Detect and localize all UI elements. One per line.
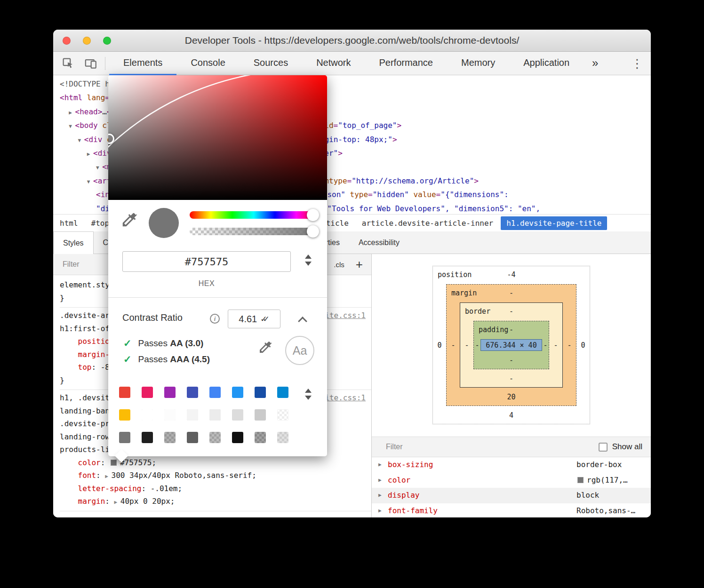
palette-swatch[interactable] xyxy=(277,432,288,443)
computed-filter-input[interactable]: Filter xyxy=(386,443,403,451)
palette-swatch[interactable] xyxy=(119,387,130,398)
tab-styles[interactable]: Styles xyxy=(53,231,94,254)
palette-swatch[interactable] xyxy=(255,387,266,398)
palette-swatch[interactable] xyxy=(209,409,221,421)
tab-memory[interactable]: Memory xyxy=(447,52,509,75)
breadcrumb-item[interactable]: h1.devsite-page-title xyxy=(501,216,607,230)
palette-swatch[interactable] xyxy=(277,409,288,421)
styles-filter-input[interactable]: Filter xyxy=(63,260,80,269)
info-icon[interactable]: i xyxy=(210,314,220,324)
expand-arrow-icon[interactable]: ▶ xyxy=(378,488,382,503)
palette-swatch[interactable] xyxy=(255,409,266,421)
contrast-preview-button[interactable]: Aa xyxy=(285,336,314,365)
computed-property-row[interactable]: ▶colorrgb(117,… xyxy=(372,473,651,488)
expand-arrow-icon[interactable]: ▶ xyxy=(378,457,382,473)
palette-swatch[interactable] xyxy=(255,432,266,443)
padding-left-value[interactable]: - xyxy=(475,341,479,350)
expand-arrow-icon[interactable]: ▶ xyxy=(378,503,382,518)
palette-up-icon[interactable] xyxy=(305,389,312,393)
tab-network[interactable]: Network xyxy=(302,52,365,75)
palette-swatch[interactable] xyxy=(119,432,130,443)
border-right-value[interactable]: - xyxy=(553,341,558,350)
contrast-line xyxy=(108,75,327,200)
close-button[interactable] xyxy=(63,37,71,45)
palette-swatch[interactable] xyxy=(277,387,288,398)
position-right-value[interactable]: 0 xyxy=(581,341,585,350)
tab-application[interactable]: Application xyxy=(509,52,584,75)
palette-swatch[interactable] xyxy=(164,387,176,398)
increment-icon[interactable] xyxy=(305,254,312,259)
saturation-value-gradient[interactable] xyxy=(108,75,327,200)
padding-bottom-value[interactable]: - xyxy=(509,356,513,365)
position-left-value[interactable]: 0 xyxy=(437,341,441,350)
new-style-rule-icon[interactable]: + xyxy=(356,257,363,272)
format-spinner[interactable] xyxy=(305,254,312,266)
tab-elements[interactable]: Elements xyxy=(109,52,176,75)
palette-swatch[interactable] xyxy=(232,409,243,421)
palette-swatch[interactable] xyxy=(187,409,198,421)
menu-icon[interactable]: ⋮ xyxy=(631,52,643,75)
padding-right-value[interactable]: - xyxy=(543,341,547,350)
hue-knob[interactable] xyxy=(307,209,319,221)
tab-console[interactable]: Console xyxy=(176,52,239,75)
palette-swatch[interactable] xyxy=(232,432,243,443)
box-model-content[interactable]: 676.344 × 40 xyxy=(480,339,542,351)
hex-input[interactable] xyxy=(123,252,290,271)
class-toggle-button[interactable]: .cls xyxy=(334,261,344,269)
decrement-icon[interactable] xyxy=(305,262,312,266)
hex-field xyxy=(122,251,291,272)
breadcrumb-item[interactable]: html xyxy=(60,219,78,228)
computed-property-row[interactable]: ▶font-familyRoboto,sans-… xyxy=(372,503,651,518)
box-model-diagram[interactable]: position -4 0 0 4 margin - - - 20 border… xyxy=(432,266,590,424)
palette-swatch[interactable] xyxy=(119,409,130,421)
margin-right-value[interactable]: - xyxy=(567,341,571,350)
show-all-checkbox[interactable] xyxy=(599,443,608,452)
padding-top-value[interactable]: - xyxy=(509,326,513,334)
eyedropper-icon[interactable] xyxy=(258,340,273,357)
border-left-value[interactable]: - xyxy=(464,341,469,350)
palette-swatch[interactable] xyxy=(209,387,221,398)
zoom-button[interactable] xyxy=(103,37,111,45)
alpha-slider[interactable] xyxy=(190,228,318,235)
tab-performance[interactable]: Performance xyxy=(365,52,448,75)
palette-swatch[interactable] xyxy=(142,387,153,398)
breadcrumb-item[interactable]: article.devsite-article-inner xyxy=(362,219,493,228)
computed-property-row[interactable]: ▶displayblock xyxy=(372,488,651,503)
palette-swatch[interactable] xyxy=(187,387,198,398)
current-color-swatch[interactable] xyxy=(149,208,179,238)
palette-swatch[interactable] xyxy=(209,432,221,443)
css-line[interactable]: color: #757575; xyxy=(60,456,371,469)
palette-swatch[interactable] xyxy=(164,409,176,421)
css-line[interactable]: margin: ▶ 40px 0 20px; xyxy=(60,495,371,508)
minimize-button[interactable] xyxy=(83,37,91,45)
palette-down-icon[interactable] xyxy=(305,396,312,400)
palette-swatch[interactable] xyxy=(187,432,198,443)
computed-property-row[interactable]: ▶box-sizingborder-box xyxy=(372,457,651,473)
device-toolbar-icon[interactable] xyxy=(82,56,98,72)
eyedropper-icon[interactable] xyxy=(120,211,138,230)
tab-accessibility[interactable]: Accessibility xyxy=(349,231,409,254)
palette-swatch[interactable] xyxy=(142,409,153,421)
palette-swatch[interactable] xyxy=(142,432,153,443)
tab-more[interactable]: » xyxy=(584,52,607,75)
alpha-knob[interactable] xyxy=(307,225,319,238)
palette-swatch[interactable] xyxy=(164,432,176,443)
position-top-value[interactable]: -4 xyxy=(507,270,515,279)
palette-spinner[interactable] xyxy=(305,389,312,400)
color-swatch[interactable] xyxy=(111,460,117,466)
tab-sources[interactable]: Sources xyxy=(240,52,302,75)
palette-swatch[interactable] xyxy=(232,387,243,398)
css-line[interactable]: font: ▶ 300 34px/40px Roboto,sans-serif; xyxy=(60,469,371,482)
palette xyxy=(119,387,288,443)
css-line[interactable]: letter-spacing: -.01em; xyxy=(60,482,371,495)
margin-top-value[interactable]: - xyxy=(509,289,513,297)
margin-bottom-value[interactable]: 20 xyxy=(507,393,515,401)
expand-arrow-icon[interactable]: ▶ xyxy=(378,473,382,488)
margin-left-value[interactable]: - xyxy=(451,341,455,350)
position-bottom-value[interactable]: 4 xyxy=(509,411,513,420)
border-bottom-value[interactable]: - xyxy=(509,374,513,383)
chevron-up-icon[interactable] xyxy=(298,317,307,326)
border-top-value[interactable]: - xyxy=(509,307,513,316)
inspect-icon[interactable] xyxy=(60,56,76,72)
hue-slider[interactable] xyxy=(190,211,318,219)
